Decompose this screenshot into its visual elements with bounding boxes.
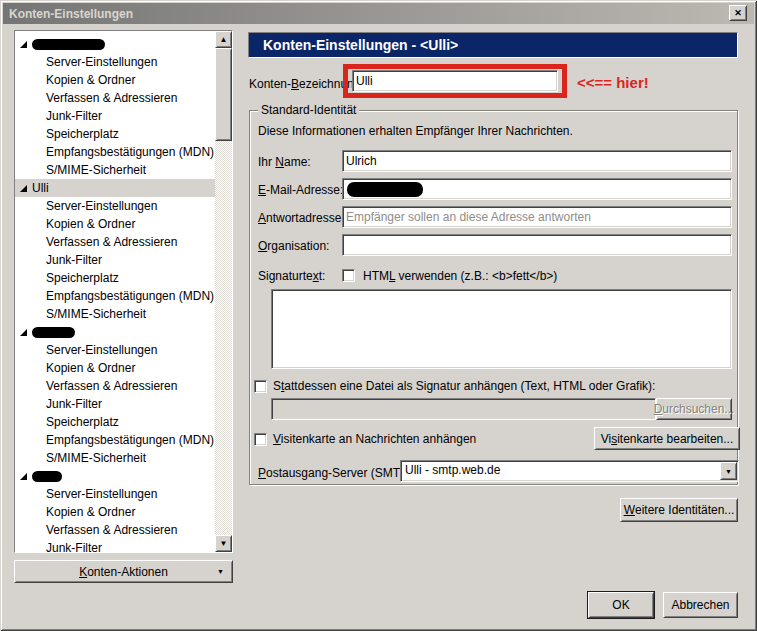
tree-item[interactable]: Junk-Filter xyxy=(15,107,215,125)
tree-item[interactable]: Kopien & Ordner xyxy=(15,503,215,521)
signature-textarea[interactable] xyxy=(271,289,732,369)
expanded-icon[interactable] xyxy=(20,185,27,192)
more-identities-button[interactable]: Weitere Identitäten... xyxy=(620,498,738,522)
tree-scrollbar[interactable]: ▲ ▼ xyxy=(215,31,232,552)
ok-button[interactable]: OK xyxy=(588,592,654,618)
account-name-input[interactable] xyxy=(352,70,558,92)
tree-item[interactable]: Server-Einstellungen xyxy=(15,197,215,215)
tree-item[interactable]: Kopien & Ordner xyxy=(15,71,215,89)
expanded-icon[interactable] xyxy=(20,473,27,480)
file-signature-checkbox-label: Stattdessen eine Datei als Signatur anhä… xyxy=(273,379,655,393)
tree-item-label: Speicherplatz xyxy=(46,271,119,285)
expanded-icon[interactable] xyxy=(20,329,27,336)
tree-item-label: S/MIME-Sicherheit xyxy=(46,451,146,465)
name-input[interactable] xyxy=(342,150,732,172)
tree-account[interactable] xyxy=(15,467,215,485)
identity-groupbox: Standard-Identität Diese Informationen e… xyxy=(249,110,738,485)
tree-item[interactable]: Junk-Filter xyxy=(15,251,215,269)
tree-item[interactable]: Empfangsbestätigungen (MDN) xyxy=(15,287,215,305)
signature-label: Signaturtext: xyxy=(258,269,325,283)
tree-item[interactable]: Empfangsbestätigungen (MDN) xyxy=(15,143,215,161)
tree-item[interactable]: S/MIME-Sicherheit xyxy=(15,161,215,179)
tree-item[interactable]: Server-Einstellungen xyxy=(15,341,215,359)
tree-account[interactable]: Ulli xyxy=(15,179,215,197)
edit-vcard-button[interactable]: Visitenkarte bearbeiten... xyxy=(594,427,740,450)
tree-item-label: Verfassen & Adressieren xyxy=(46,523,177,537)
smtp-server-label: Postausgang-Server (SMTP): xyxy=(258,466,415,480)
tree-item[interactable]: Server-Einstellungen xyxy=(15,53,215,71)
tree-item[interactable]: S/MIME-Sicherheit xyxy=(15,449,215,467)
organization-label: Organisation: xyxy=(258,239,329,253)
tree-item[interactable]: Speicherplatz xyxy=(15,413,215,431)
account-settings-dialog: Konten-Einstellungen ✕ Server-Einstellun… xyxy=(0,0,757,631)
tree-item[interactable]: Speicherplatz xyxy=(15,125,215,143)
tree-item[interactable]: Kopien & Ordner xyxy=(15,359,215,377)
name-label: Ihr Name: xyxy=(258,155,311,169)
tree-item-label: Junk-Filter xyxy=(46,109,102,123)
accounts-tree: Server-EinstellungenKopien & OrdnerVerfa… xyxy=(14,30,233,553)
redacted-email-value xyxy=(347,182,423,197)
tree-item[interactable]: Speicherplatz xyxy=(15,269,215,287)
tree-rows: Server-EinstellungenKopien & OrdnerVerfa… xyxy=(15,31,215,552)
identity-legend: Standard-Identität xyxy=(258,103,359,117)
tree-item[interactable]: Empfangsbestätigungen (MDN) xyxy=(15,431,215,449)
tree-account[interactable] xyxy=(15,35,215,53)
tree-item-label: Verfassen & Adressieren xyxy=(46,235,177,249)
titlebar[interactable]: Konten-Einstellungen xyxy=(3,3,754,24)
page-header: Konten-Einstellungen - <Ulli> xyxy=(248,32,738,58)
close-icon: ✕ xyxy=(734,9,742,18)
tree-account[interactable] xyxy=(15,323,215,341)
redacted-account-name xyxy=(32,471,62,482)
smtp-server-value: Ulli - smtp.web.de xyxy=(405,463,500,477)
window-title: Konten-Einstellungen xyxy=(9,7,133,21)
browse-button: Durchsuchen... xyxy=(656,398,732,420)
tree-item-label: Server-Einstellungen xyxy=(46,343,157,357)
tree-item[interactable]: Verfassen & Adressieren xyxy=(15,521,215,539)
tree-item[interactable]: Server-Einstellungen xyxy=(15,485,215,503)
tree-item[interactable]: Junk-Filter xyxy=(15,539,215,552)
expanded-icon[interactable] xyxy=(20,41,27,48)
scroll-up-button[interactable]: ▲ xyxy=(215,31,232,48)
tree-item-label: Speicherplatz xyxy=(46,415,119,429)
identity-info: Diese Informationen erhalten Empfänger I… xyxy=(258,124,573,138)
account-name: Ulli xyxy=(32,181,49,195)
tree-item-label: Server-Einstellungen xyxy=(46,55,157,69)
email-label: E-Mail-Adresse: xyxy=(258,183,343,197)
page-header-title: Konten-Einstellungen - <Ulli> xyxy=(263,37,458,53)
tree-item[interactable]: S/MIME-Sicherheit xyxy=(15,305,215,323)
vcard-checkbox[interactable] xyxy=(254,433,267,446)
tree-item-label: Verfassen & Adressieren xyxy=(46,91,177,105)
tree-item[interactable]: Kopien & Ordner xyxy=(15,215,215,233)
tree-item-label: Verfassen & Adressieren xyxy=(46,379,177,393)
cancel-button[interactable]: Abbrechen xyxy=(663,592,738,618)
reply-address-label: Antwortadresse: xyxy=(258,211,345,225)
reply-address-input[interactable] xyxy=(342,206,732,228)
annotation-red-box xyxy=(343,64,567,98)
tree-item-label: Kopien & Ordner xyxy=(46,361,135,375)
tree-item-label: Empfangsbestätigungen (MDN) xyxy=(46,433,214,447)
tree-item-label: Junk-Filter xyxy=(46,397,102,411)
close-button[interactable]: ✕ xyxy=(729,5,747,21)
html-signature-checkbox[interactable] xyxy=(342,269,355,282)
tree-item-label: Server-Einstellungen xyxy=(46,199,157,213)
organization-input[interactable] xyxy=(342,234,732,256)
dropdown-button[interactable]: ▼ xyxy=(720,462,737,480)
annotation-text: <<== hier! xyxy=(577,74,649,91)
tree-item-label: Kopien & Ordner xyxy=(46,505,135,519)
tree-item[interactable]: Verfassen & Adressieren xyxy=(15,377,215,395)
file-signature-checkbox[interactable] xyxy=(254,380,267,393)
vcard-checkbox-label: Visitenkarte an Nachrichten anhängen xyxy=(273,432,476,446)
scroll-down-button[interactable]: ▼ xyxy=(215,535,232,552)
account-actions-button[interactable]: Konten-Aktionen ▼ xyxy=(14,560,233,583)
account-actions-label: Konten-Aktionen xyxy=(79,565,168,579)
tree-item-label: Junk-Filter xyxy=(46,541,102,552)
tree-item[interactable]: Verfassen & Adressieren xyxy=(15,89,215,107)
smtp-server-dropdown[interactable]: Ulli - smtp.web.de ▼ xyxy=(400,460,739,482)
scrollbar-thumb[interactable] xyxy=(215,48,232,141)
tree-item-label: S/MIME-Sicherheit xyxy=(46,163,146,177)
dropdown-caret-icon: ▼ xyxy=(217,568,224,575)
tree-item[interactable]: Verfassen & Adressieren xyxy=(15,233,215,251)
redacted-account-name xyxy=(32,39,105,50)
tree-item[interactable]: Junk-Filter xyxy=(15,395,215,413)
signature-file-input xyxy=(271,398,656,420)
